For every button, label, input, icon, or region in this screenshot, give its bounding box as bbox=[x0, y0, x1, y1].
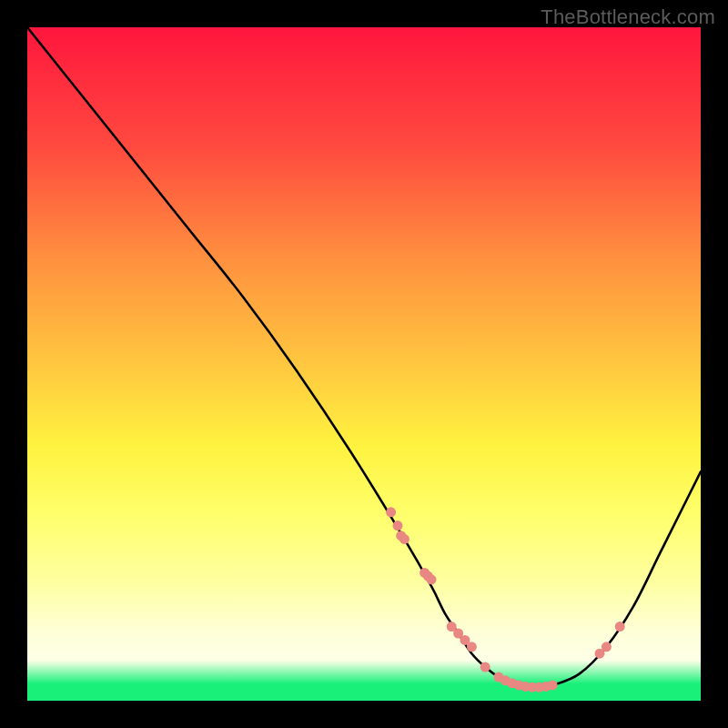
scatter-point bbox=[480, 662, 490, 672]
scatter-point bbox=[615, 622, 625, 632]
chart-svg bbox=[27, 27, 701, 701]
scatter-point bbox=[399, 534, 410, 544]
scatter-point bbox=[548, 680, 558, 690]
scatter-point bbox=[602, 642, 612, 652]
chart-frame: TheBottleneck.com bbox=[0, 0, 728, 728]
scatter-point bbox=[393, 521, 403, 531]
scatter-point bbox=[427, 574, 437, 584]
plot-area bbox=[27, 27, 701, 701]
trend-curve bbox=[27, 27, 701, 688]
scatter-point bbox=[467, 642, 477, 652]
watermark-text: TheBottleneck.com bbox=[541, 5, 715, 29]
scatter-point bbox=[386, 507, 396, 517]
